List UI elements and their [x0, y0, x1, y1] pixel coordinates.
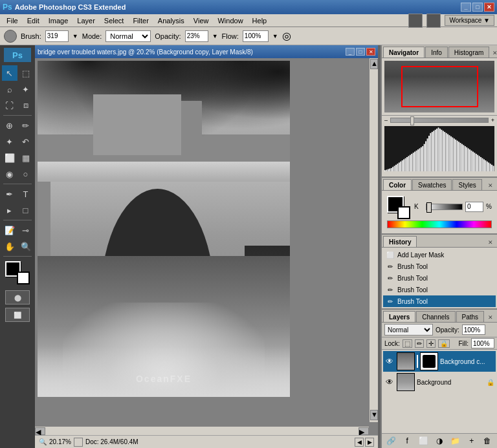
zoom-menu-icon[interactable]: 🔍 — [39, 438, 47, 445]
screen-mode-button[interactable]: ⬜ — [5, 308, 30, 322]
lock-position-btn[interactable]: ✛ — [426, 339, 436, 348]
color-k-value-input[interactable] — [465, 202, 483, 212]
mode-select[interactable]: Normal Multiply Screen — [105, 30, 151, 42]
move-tool[interactable]: ↖ — [2, 65, 17, 81]
select-tool[interactable]: ⬚ — [18, 65, 34, 81]
layer-delete-btn[interactable]: 🗑 — [481, 435, 493, 447]
status-menu-btn[interactable] — [74, 438, 83, 447]
blur-tool[interactable]: ◉ — [2, 166, 17, 182]
opacity-expand-icon[interactable]: ▼ — [212, 33, 218, 39]
notes-tool[interactable]: 📝 — [2, 222, 17, 238]
layer-vis-1[interactable]: 👁 — [384, 377, 395, 387]
scroll-left-btn[interactable]: ◀ — [35, 427, 45, 435]
lock-transparent-btn[interactable]: ⬚ — [403, 339, 412, 348]
pen-tool[interactable]: ✒ — [2, 186, 17, 202]
doc-close-button[interactable]: ✕ — [366, 48, 375, 56]
color-panel-close[interactable]: ✕ — [485, 181, 496, 190]
brush-expand-icon[interactable]: ▼ — [72, 33, 78, 39]
color-k-thumb[interactable] — [426, 202, 432, 213]
history-item-1[interactable]: ✏ Brush Tool — [383, 261, 496, 272]
menu-analysis[interactable]: Analysis — [154, 15, 188, 27]
tab-history[interactable]: History — [383, 236, 417, 247]
workspace-button[interactable]: Workspace ▼ — [445, 15, 494, 26]
history-panel-close[interactable]: ✕ — [485, 238, 496, 247]
layer-adj-btn[interactable]: ◑ — [434, 435, 445, 447]
shape-tool[interactable]: □ — [18, 202, 34, 218]
history-item-4[interactable]: ✏ Brush Tool — [383, 295, 496, 307]
eraser-tool[interactable]: ⬜ — [2, 150, 17, 165]
status-next-btn[interactable]: ▶ — [365, 438, 374, 447]
color-picker[interactable] — [4, 261, 31, 284]
doc-scrollbar-bottom[interactable]: ◀ ▶ — [35, 426, 369, 435]
layer-new-btn[interactable]: + — [466, 435, 478, 447]
title-bar-controls[interactable]: _ □ ✕ — [461, 3, 494, 12]
status-prev-btn[interactable]: ◀ — [355, 438, 364, 447]
menu-filter[interactable]: Filter — [129, 15, 152, 27]
lasso-tool[interactable]: ⌕ — [2, 81, 17, 97]
flow-expand-icon[interactable]: ▼ — [272, 33, 278, 39]
path-select-tool[interactable]: ▸ — [2, 202, 17, 218]
layer-vis-0[interactable]: 👁 — [384, 356, 395, 367]
flow-input[interactable] — [243, 30, 269, 42]
tab-color[interactable]: Color — [383, 179, 412, 190]
tab-layers[interactable]: Layers — [383, 311, 415, 322]
minimize-button[interactable]: _ — [461, 3, 471, 12]
history-brush-tool[interactable]: ↶ — [18, 134, 34, 149]
doc-maximize-button[interactable]: □ — [356, 48, 365, 56]
clone-tool[interactable]: ✦ — [2, 134, 17, 149]
menu-layer[interactable]: Layer — [73, 15, 99, 27]
history-item-2[interactable]: ✏ Brush Tool — [383, 272, 496, 284]
lock-all-btn[interactable]: 🔒 — [438, 339, 450, 348]
zoom-slider-thumb[interactable] — [410, 116, 414, 125]
color-spectrum-bar[interactable] — [387, 220, 492, 228]
layer-group-btn[interactable]: 📁 — [450, 435, 461, 447]
screen-mode-icon[interactable] — [426, 14, 441, 28]
doc-minimize-button[interactable]: _ — [346, 48, 355, 56]
layers-fill-input[interactable] — [471, 338, 494, 348]
eyedropper-tool[interactable]: ⊸ — [18, 222, 34, 238]
hand-tool[interactable]: ✋ — [2, 239, 17, 254]
dodge-tool[interactable]: ○ — [18, 166, 34, 182]
navigator-panel-close[interactable]: ✕ — [490, 48, 497, 58]
tab-swatches[interactable]: Swatches — [412, 179, 452, 190]
tab-styles[interactable]: Styles — [452, 179, 481, 190]
layer-item-1[interactable]: 👁 Background 🔒 — [383, 372, 496, 392]
layers-opacity-input[interactable] — [462, 325, 485, 335]
layers-panel-close[interactable]: ✕ — [485, 313, 496, 322]
background-color[interactable] — [17, 272, 30, 284]
crop-tool[interactable]: ⛶ — [2, 98, 17, 113]
menu-help[interactable]: Help — [248, 15, 271, 27]
magic-wand-tool[interactable]: ✦ — [18, 81, 34, 97]
tab-info[interactable]: Info — [425, 47, 448, 58]
opacity-input[interactable] — [185, 30, 208, 42]
close-button[interactable]: ✕ — [484, 3, 494, 12]
tab-histogram[interactable]: Histogram — [448, 47, 490, 58]
layer-item-0[interactable]: 👁 Background c... — [383, 351, 496, 372]
scroll-right-btn[interactable]: ▶ — [359, 427, 369, 435]
airbrush-icon[interactable]: ◎ — [282, 30, 291, 42]
maximize-button[interactable]: □ — [472, 3, 483, 12]
history-item-0[interactable]: ⬜ Add Layer Mask — [383, 249, 496, 261]
brush-size-input[interactable] — [45, 30, 69, 42]
history-item-3[interactable]: ✏ Brush Tool — [383, 284, 496, 295]
tool-preset-icon[interactable] — [408, 14, 423, 28]
menu-file[interactable]: File — [3, 15, 22, 27]
menu-select[interactable]: Select — [100, 15, 128, 27]
layers-blend-select[interactable]: Normal Multiply — [384, 324, 433, 336]
scroll-down-btn[interactable]: ▼ — [370, 410, 378, 420]
canvas-image[interactable]: OceanFXE — [38, 61, 290, 397]
zoom-out-icon[interactable]: – — [384, 117, 388, 123]
zoom-slider[interactable] — [390, 118, 489, 123]
slice-tool[interactable]: ⧈ — [18, 98, 34, 113]
color-k-slider[interactable] — [426, 204, 463, 210]
tab-channels[interactable]: Channels — [416, 311, 455, 322]
tab-navigator[interactable]: Navigator — [383, 47, 425, 58]
type-tool[interactable]: T — [18, 186, 34, 202]
lock-image-btn[interactable]: ✏ — [415, 339, 424, 348]
doc-controls[interactable]: _ □ ✕ — [346, 48, 375, 56]
zoom-tool[interactable]: 🔍 — [18, 239, 34, 254]
gradient-tool[interactable]: ▦ — [18, 150, 34, 165]
menu-view[interactable]: View — [190, 15, 213, 27]
zoom-in-icon[interactable]: + — [491, 117, 494, 123]
tab-paths[interactable]: Paths — [456, 311, 485, 322]
